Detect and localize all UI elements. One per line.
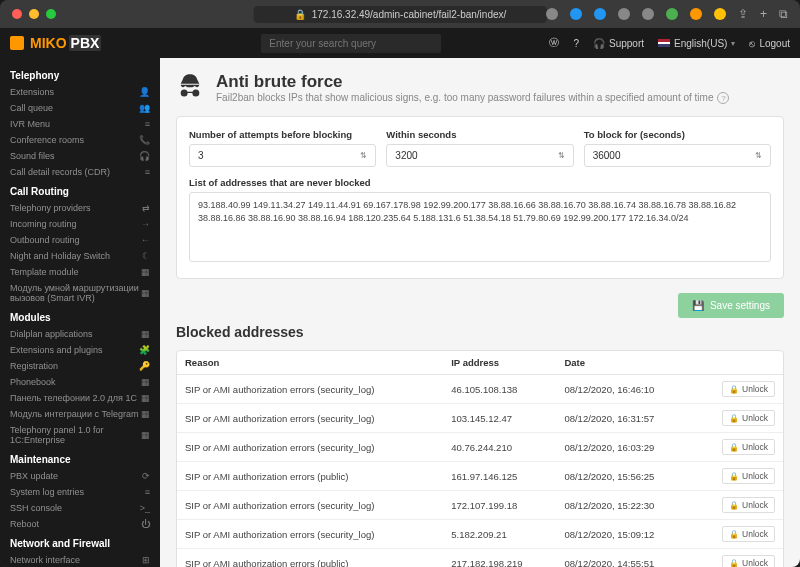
wiki-icon[interactable]: ⓦ	[549, 36, 559, 50]
minimize-window-button[interactable]	[29, 9, 39, 19]
sidebar-item[interactable]: SSH console>_	[0, 500, 160, 516]
sidebar-item[interactable]: System log entries≡	[0, 484, 160, 500]
sidebar-item[interactable]: Incoming routing→	[0, 216, 160, 232]
save-settings-button[interactable]: 💾 Save settings	[678, 293, 784, 318]
app-topbar: MIKOPBX ⓦ ? 🎧Support English(US)▾ ⎋Logou…	[0, 28, 800, 58]
unlock-label: Unlock	[742, 529, 768, 539]
sidebar-item[interactable]: Модуль интеграции с Telegram▦	[0, 406, 160, 422]
sidebar-item[interactable]: Night and Holiday Switch☾	[0, 248, 160, 264]
sidebar-item[interactable]: Phonebook▦	[0, 374, 160, 390]
sidebar-item-label: Phonebook	[10, 377, 56, 387]
unlock-button[interactable]: 🔒Unlock	[722, 468, 775, 484]
ext-icon[interactable]	[570, 8, 582, 20]
sidebar-item-label: IVR Menu	[10, 119, 50, 129]
sidebar-item[interactable]: Telephony providers⇄	[0, 200, 160, 216]
sidebar-item-label: PBX update	[10, 471, 58, 481]
sidebar-item-icon: >_	[140, 503, 150, 513]
sidebar-item-label: Модуль интеграции с Telegram	[10, 409, 138, 419]
blocked-table: Reason IP address Date SIP or AMI author…	[177, 351, 783, 567]
share-icon[interactable]: ⇪	[738, 7, 748, 21]
cell-date: 08/12/2020, 16:03:29	[556, 433, 693, 462]
table-row: SIP or AMI authorization errors (securit…	[177, 433, 783, 462]
sidebar-item[interactable]: Template module▦	[0, 264, 160, 280]
unlock-button[interactable]: 🔒Unlock	[722, 410, 775, 426]
sidebar-item[interactable]: IVR Menu≡	[0, 116, 160, 132]
sidebar-item[interactable]: Call detail records (CDR)≡	[0, 164, 160, 180]
search-input[interactable]	[261, 34, 441, 53]
headset-icon: 🎧	[593, 38, 605, 49]
sidebar-item[interactable]: Extensions👤	[0, 84, 160, 100]
within-select[interactable]: 3200⇅	[386, 144, 573, 167]
cell-date: 08/12/2020, 15:22:30	[556, 491, 693, 520]
ext-icon[interactable]	[714, 8, 726, 20]
sidebar-item-icon: 👥	[139, 103, 150, 113]
sidebar-item-icon: ▦	[141, 430, 150, 440]
sidebar-item[interactable]: Модуль умной маршрутизации вызовов (Smar…	[0, 280, 160, 306]
sidebar-item[interactable]: Telephony panel 1.0 for 1C:Enterprise▦	[0, 422, 160, 448]
cell-reason: SIP or AMI authorization errors (securit…	[177, 404, 443, 433]
cell-reason: SIP or AMI authorization errors (securit…	[177, 375, 443, 404]
help-icon[interactable]: ?	[573, 38, 579, 49]
sidebar-item[interactable]: Call queue👥	[0, 100, 160, 116]
unlock-label: Unlock	[742, 384, 768, 394]
unlock-button[interactable]: 🔒Unlock	[722, 555, 775, 567]
blockfor-label: To block for (seconds)	[584, 129, 771, 140]
neverblock-textarea[interactable]	[189, 192, 771, 262]
unlock-button[interactable]: 🔒Unlock	[722, 497, 775, 513]
unlock-button[interactable]: 🔒Unlock	[722, 381, 775, 397]
sidebar-item-icon: 🎧	[139, 151, 150, 161]
maximize-window-button[interactable]	[46, 9, 56, 19]
sidebar-item[interactable]: Extensions and plugins🧩	[0, 342, 160, 358]
sidebar-item-icon: ⟳	[142, 471, 150, 481]
page-subtitle: Fail2ban blocks IPs that show malicious …	[216, 92, 729, 104]
attempts-value: 3	[198, 150, 204, 161]
sidebar-item[interactable]: Reboot⏻	[0, 516, 160, 532]
attempts-select[interactable]: 3⇅	[189, 144, 376, 167]
ext-icon[interactable]	[642, 8, 654, 20]
table-row: SIP or AMI authorization errors (securit…	[177, 491, 783, 520]
spy-icon	[176, 72, 204, 100]
chevron-updown-icon: ⇅	[755, 151, 762, 160]
unlock-button[interactable]: 🔒Unlock	[722, 526, 775, 542]
ext-icon[interactable]	[546, 8, 558, 20]
sidebar-item-label: Sound files	[10, 151, 55, 161]
page-header: Anti brute force Fail2ban blocks IPs tha…	[176, 72, 784, 104]
sidebar-item[interactable]: Outbound routing←	[0, 232, 160, 248]
sidebar-item[interactable]: Панель телефонии 2.0 для 1С▦	[0, 390, 160, 406]
ext-icon[interactable]	[666, 8, 678, 20]
sidebar-item[interactable]: Conference rooms📞	[0, 132, 160, 148]
tabs-icon[interactable]: ⧉	[779, 7, 788, 21]
ext-icon[interactable]	[690, 8, 702, 20]
help-tooltip-icon[interactable]: ?	[717, 92, 729, 104]
logout-button[interactable]: ⎋Logout	[749, 38, 790, 49]
sidebar-item-icon: ≡	[145, 487, 150, 497]
sidebar-item[interactable]: Registration🔑	[0, 358, 160, 374]
col-ip: IP address	[443, 351, 556, 375]
ext-icon[interactable]	[618, 8, 630, 20]
lang-label: English(US)	[674, 38, 727, 49]
sidebar-item-icon: ⊞	[142, 555, 150, 565]
close-window-button[interactable]	[12, 9, 22, 19]
sidebar-item[interactable]: Dialplan applications▦	[0, 326, 160, 342]
language-selector[interactable]: English(US)▾	[658, 38, 735, 49]
sidebar-item[interactable]: Network interface⊞	[0, 552, 160, 567]
lock-icon: 🔒	[729, 472, 739, 481]
ext-icon[interactable]	[594, 8, 606, 20]
blockfor-select[interactable]: 36000⇅	[584, 144, 771, 167]
sidebar-item-label: System log entries	[10, 487, 84, 497]
sidebar-item-icon: →	[141, 219, 150, 229]
support-link[interactable]: 🎧Support	[593, 38, 644, 49]
new-tab-icon[interactable]: +	[760, 7, 767, 21]
unlock-button[interactable]: 🔒Unlock	[722, 439, 775, 455]
table-row: SIP or AMI authorization errors (securit…	[177, 404, 783, 433]
sidebar-item-label: Conference rooms	[10, 135, 84, 145]
address-bar[interactable]: 🔒 172.16.32.49/admin-cabinet/fail2-ban/i…	[254, 6, 547, 23]
sidebar-item[interactable]: PBX update⟳	[0, 468, 160, 484]
save-label: Save settings	[710, 300, 770, 311]
sidebar-item-label: Incoming routing	[10, 219, 77, 229]
sidebar-item[interactable]: Sound files🎧	[0, 148, 160, 164]
sidebar-item-icon: ▦	[141, 409, 150, 419]
cell-date: 08/12/2020, 15:09:12	[556, 520, 693, 549]
brand-logo[interactable]: MIKOPBX	[10, 35, 101, 51]
lock-icon: 🔒	[729, 443, 739, 452]
